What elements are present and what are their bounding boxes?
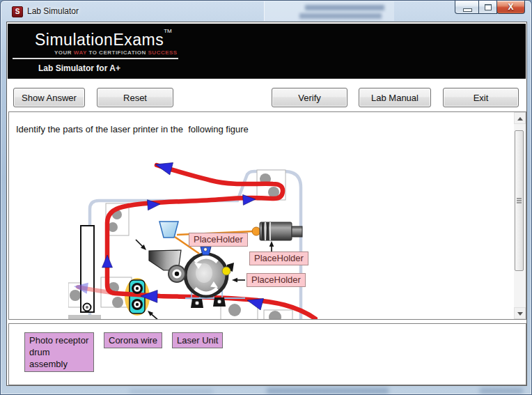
tagline-part: TO CERTIFICATION [87, 49, 146, 56]
answer-bank-panel: Photo receptor drum assembly Corona wire… [8, 323, 526, 385]
draggable-label-photo-receptor[interactable]: Photo receptor drum assembly [24, 332, 94, 372]
draggable-label-corona-wire[interactable]: Corona wire [104, 332, 162, 348]
close-button[interactable]: X [496, 1, 525, 14]
answer-bank: Photo receptor drum assembly Corona wire… [24, 332, 223, 372]
laser-unit-shape [159, 222, 178, 238]
app-icon: S [12, 6, 23, 17]
question-text: Identify the parts of the laser printer … [16, 124, 249, 134]
laser-emitter [252, 222, 302, 240]
window-controls: X [455, 1, 525, 14]
window-title: Lab Simulator [27, 6, 79, 16]
placeholder-drop-target-emitter[interactable]: PlaceHolder [249, 251, 308, 265]
scroll-down-button[interactable] [514, 307, 526, 319]
drum-clip [201, 247, 211, 255]
product-title: Lab Simulator for A+ [38, 63, 120, 73]
placeholder-drop-target-laser[interactable]: PlaceHolder [189, 233, 248, 247]
brand-name: SimulationExams [35, 31, 164, 49]
scrollbar-grip [517, 198, 522, 199]
client-area: SimulationExamsTM YOUR WAY TO CERTIFICAT… [6, 22, 527, 386]
tagline-part: YOUR [54, 49, 72, 56]
app-window: S Lab Simulator X SimulationExamsTM YOUR… [0, 0, 532, 395]
printer-base [68, 315, 101, 319]
banner-divider [13, 58, 178, 59]
close-icon: X [497, 2, 524, 12]
placeholder-drop-target-drum[interactable]: PlaceHolder [247, 273, 306, 287]
trademark-mark: TM [164, 28, 172, 34]
verify-button[interactable]: Verify [272, 88, 347, 107]
maximize-icon [485, 4, 492, 10]
glass-smudge [130, 389, 213, 394]
brand-tagline: YOUR WAY TO CERTIFICATION SUCCESS [54, 49, 178, 56]
paper-tray-bar [81, 226, 94, 312]
scroll-up-button[interactable] [514, 112, 526, 124]
minimize-button[interactable] [455, 1, 479, 14]
scrollbar-thumb[interactable] [515, 130, 524, 271]
question-panel: Identify the parts of the laser printer … [8, 111, 526, 320]
glass-smudge [267, 388, 389, 394]
lab-manual-button[interactable]: Lab Manual [359, 88, 431, 107]
draggable-label-laser-unit[interactable]: Laser Unit [172, 332, 223, 348]
exit-button[interactable]: Exit [443, 88, 519, 107]
maximize-button[interactable] [478, 1, 497, 14]
vertical-scrollbar[interactable] [514, 112, 526, 319]
photo-receptor-drum [185, 254, 227, 296]
minimize-icon [463, 8, 472, 12]
reset-button[interactable]: Reset [97, 88, 173, 107]
glass-smudge [480, 388, 523, 394]
title-bar[interactable]: S Lab Simulator X [1, 1, 531, 22]
scroll-down-icon [517, 312, 523, 316]
tagline-part: WAY [72, 49, 87, 56]
scroll-up-icon [517, 117, 523, 121]
tagline-part: SUCCESS [146, 49, 178, 56]
show-answer-button[interactable]: Show Answer [13, 88, 85, 107]
brand-banner: SimulationExamsTM YOUR WAY TO CERTIFICAT… [8, 24, 526, 79]
developer-roller [169, 265, 185, 282]
laser-printer-diagram: PlaceHolder PlaceHolder PlaceHolder [68, 156, 318, 319]
brand-logo: SimulationExamsTM [35, 28, 172, 49]
